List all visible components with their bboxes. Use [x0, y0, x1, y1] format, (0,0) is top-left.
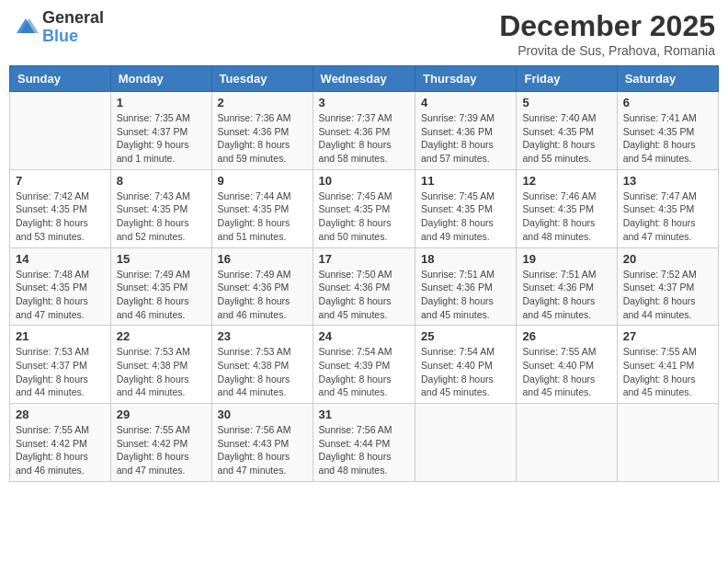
day-info: Sunrise: 7:40 AMSunset: 4:35 PMDaylight:… — [522, 111, 610, 166]
calendar-cell: 29Sunrise: 7:55 AMSunset: 4:42 PMDayligh… — [110, 404, 211, 482]
weekday-header-wednesday: Wednesday — [313, 66, 415, 92]
calendar-cell: 30Sunrise: 7:56 AMSunset: 4:43 PMDayligh… — [211, 404, 313, 482]
day-info: Sunrise: 7:52 AMSunset: 4:37 PMDaylight:… — [623, 268, 712, 322]
day-number: 28 — [16, 408, 105, 421]
logo: General Blue — [13, 9, 104, 46]
day-number: 16 — [218, 252, 307, 266]
day-info: Sunrise: 7:35 AMSunset: 4:37 PMDaylight:… — [117, 111, 206, 166]
day-number: 30 — [218, 408, 307, 421]
day-info: Sunrise: 7:36 AMSunset: 4:36 PMDaylight:… — [218, 111, 307, 166]
day-info: Sunrise: 7:47 AMSunset: 4:35 PMDaylight:… — [623, 190, 712, 244]
day-info: Sunrise: 7:53 AMSunset: 4:37 PMDaylight:… — [16, 345, 105, 399]
calendar-cell: 10Sunrise: 7:45 AMSunset: 4:35 PMDayligh… — [313, 169, 415, 247]
calendar-cell: 15Sunrise: 7:49 AMSunset: 4:35 PMDayligh… — [110, 247, 211, 326]
day-info: Sunrise: 7:45 AMSunset: 4:35 PMDaylight:… — [421, 190, 510, 244]
day-info: Sunrise: 7:46 AMSunset: 4:35 PMDaylight:… — [522, 190, 610, 244]
day-info: Sunrise: 7:41 AMSunset: 4:35 PMDaylight:… — [623, 111, 712, 166]
page-header: General Blue December 2025 Provita de Su… — [9, 9, 719, 58]
weekday-header-tuesday: Tuesday — [211, 66, 313, 92]
calendar-cell: 2Sunrise: 7:36 AMSunset: 4:36 PMDaylight… — [211, 92, 313, 170]
calendar-cell: 20Sunrise: 7:52 AMSunset: 4:37 PMDayligh… — [617, 247, 718, 326]
weekday-header-thursday: Thursday — [415, 66, 517, 92]
calendar-cell: 23Sunrise: 7:53 AMSunset: 4:38 PMDayligh… — [211, 326, 313, 404]
day-info: Sunrise: 7:48 AMSunset: 4:35 PMDaylight:… — [16, 268, 105, 322]
day-info: Sunrise: 7:56 AMSunset: 4:44 PMDaylight:… — [319, 423, 409, 477]
day-number: 13 — [623, 174, 712, 188]
weekday-header-row: SundayMondayTuesdayWednesdayThursdayFrid… — [10, 66, 719, 92]
day-info: Sunrise: 7:55 AMSunset: 4:42 PMDaylight:… — [16, 423, 105, 477]
month-year-title: December 2025 — [499, 9, 715, 43]
calendar-week-row: 28Sunrise: 7:55 AMSunset: 4:42 PMDayligh… — [10, 404, 719, 482]
calendar-cell: 13Sunrise: 7:47 AMSunset: 4:35 PMDayligh… — [617, 169, 718, 247]
calendar-cell: 4Sunrise: 7:39 AMSunset: 4:36 PMDaylight… — [415, 92, 517, 170]
day-number: 15 — [117, 252, 206, 266]
calendar-cell: 3Sunrise: 7:37 AMSunset: 4:36 PMDaylight… — [313, 92, 415, 170]
location-text: Provita de Sus, Prahova, Romania — [499, 43, 715, 58]
day-number: 11 — [421, 174, 510, 188]
day-info: Sunrise: 7:45 AMSunset: 4:35 PMDaylight:… — [319, 190, 409, 244]
calendar-cell: 1Sunrise: 7:35 AMSunset: 4:37 PMDaylight… — [110, 92, 211, 170]
calendar-cell: 9Sunrise: 7:44 AMSunset: 4:35 PMDaylight… — [211, 169, 313, 247]
calendar-cell: 14Sunrise: 7:48 AMSunset: 4:35 PMDayligh… — [10, 247, 111, 326]
calendar-cell: 27Sunrise: 7:55 AMSunset: 4:41 PMDayligh… — [617, 326, 718, 404]
day-number: 21 — [16, 329, 105, 343]
day-info: Sunrise: 7:51 AMSunset: 4:36 PMDaylight:… — [421, 268, 510, 322]
day-number: 7 — [16, 174, 105, 188]
day-info: Sunrise: 7:49 AMSunset: 4:36 PMDaylight:… — [218, 268, 307, 322]
day-info: Sunrise: 7:55 AMSunset: 4:40 PMDaylight:… — [522, 345, 610, 399]
calendar-table: SundayMondayTuesdayWednesdayThursdayFrid… — [9, 65, 719, 482]
day-info: Sunrise: 7:50 AMSunset: 4:36 PMDaylight:… — [319, 268, 409, 322]
calendar-cell: 24Sunrise: 7:54 AMSunset: 4:39 PMDayligh… — [313, 326, 415, 404]
calendar-cell: 22Sunrise: 7:53 AMSunset: 4:38 PMDayligh… — [110, 326, 211, 404]
day-info: Sunrise: 7:37 AMSunset: 4:36 PMDaylight:… — [319, 111, 409, 166]
day-number: 27 — [623, 329, 712, 343]
day-number: 18 — [421, 252, 510, 266]
day-info: Sunrise: 7:53 AMSunset: 4:38 PMDaylight:… — [218, 345, 307, 399]
calendar-cell — [617, 404, 718, 482]
day-number: 2 — [218, 96, 307, 109]
weekday-header-friday: Friday — [517, 66, 617, 92]
day-number: 20 — [623, 252, 712, 266]
day-number: 5 — [522, 96, 610, 109]
calendar-cell: 19Sunrise: 7:51 AMSunset: 4:36 PMDayligh… — [517, 247, 617, 326]
day-info: Sunrise: 7:56 AMSunset: 4:43 PMDaylight:… — [218, 423, 307, 477]
calendar-cell: 25Sunrise: 7:54 AMSunset: 4:40 PMDayligh… — [415, 326, 517, 404]
logo-general-text: General — [42, 9, 104, 28]
day-info: Sunrise: 7:51 AMSunset: 4:36 PMDaylight:… — [522, 268, 610, 322]
day-number: 31 — [319, 408, 409, 421]
calendar-cell: 12Sunrise: 7:46 AMSunset: 4:35 PMDayligh… — [517, 169, 617, 247]
day-info: Sunrise: 7:55 AMSunset: 4:41 PMDaylight:… — [623, 345, 712, 399]
calendar-cell: 11Sunrise: 7:45 AMSunset: 4:35 PMDayligh… — [415, 169, 517, 247]
day-info: Sunrise: 7:44 AMSunset: 4:35 PMDaylight:… — [218, 190, 307, 244]
calendar-cell: 17Sunrise: 7:50 AMSunset: 4:36 PMDayligh… — [313, 247, 415, 326]
calendar-cell — [10, 92, 111, 170]
calendar-cell — [517, 404, 617, 482]
calendar-cell: 28Sunrise: 7:55 AMSunset: 4:42 PMDayligh… — [10, 404, 111, 482]
day-info: Sunrise: 7:49 AMSunset: 4:35 PMDaylight:… — [117, 268, 206, 322]
day-number: 23 — [218, 329, 307, 343]
day-number: 26 — [522, 329, 610, 343]
calendar-cell: 26Sunrise: 7:55 AMSunset: 4:40 PMDayligh… — [517, 326, 617, 404]
day-number: 4 — [421, 96, 510, 109]
calendar-week-row: 7Sunrise: 7:42 AMSunset: 4:35 PMDaylight… — [10, 169, 719, 247]
calendar-week-row: 14Sunrise: 7:48 AMSunset: 4:35 PMDayligh… — [10, 247, 719, 326]
day-number: 24 — [319, 329, 409, 343]
calendar-cell: 18Sunrise: 7:51 AMSunset: 4:36 PMDayligh… — [415, 247, 517, 326]
calendar-cell: 31Sunrise: 7:56 AMSunset: 4:44 PMDayligh… — [313, 404, 415, 482]
logo-blue-text: Blue — [42, 28, 104, 46]
weekday-header-sunday: Sunday — [10, 66, 111, 92]
day-info: Sunrise: 7:42 AMSunset: 4:35 PMDaylight:… — [16, 190, 105, 244]
weekday-header-monday: Monday — [110, 66, 211, 92]
day-number: 22 — [117, 329, 206, 343]
day-info: Sunrise: 7:53 AMSunset: 4:38 PMDaylight:… — [117, 345, 206, 399]
calendar-cell: 7Sunrise: 7:42 AMSunset: 4:35 PMDaylight… — [10, 169, 111, 247]
day-number: 9 — [218, 174, 307, 188]
calendar-cell: 8Sunrise: 7:43 AMSunset: 4:35 PMDaylight… — [110, 169, 211, 247]
day-number: 14 — [16, 252, 105, 266]
calendar-cell: 21Sunrise: 7:53 AMSunset: 4:37 PMDayligh… — [10, 326, 111, 404]
logo-icon — [13, 15, 39, 40]
calendar-week-row: 21Sunrise: 7:53 AMSunset: 4:37 PMDayligh… — [10, 326, 719, 404]
day-info: Sunrise: 7:43 AMSunset: 4:35 PMDaylight:… — [117, 190, 206, 244]
calendar-cell — [415, 404, 517, 482]
day-info: Sunrise: 7:54 AMSunset: 4:40 PMDaylight:… — [421, 345, 510, 399]
